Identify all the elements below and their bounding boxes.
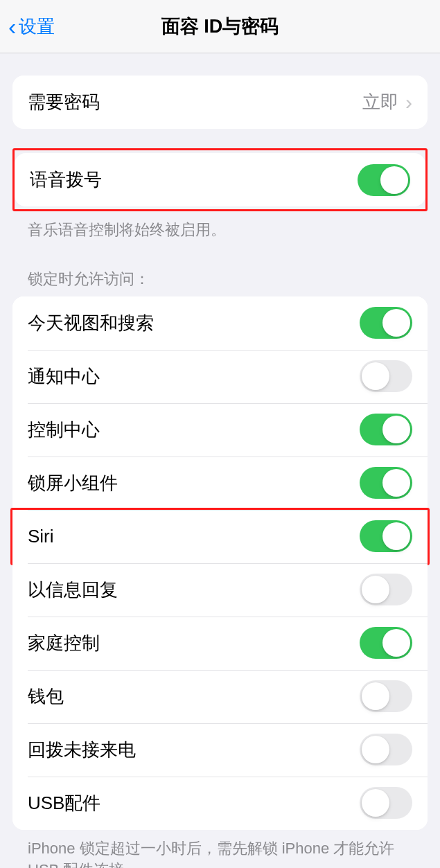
toggle[interactable] [360,574,412,605]
voice-dial-toggle[interactable] [358,164,410,196]
lock-access-row[interactable]: 钱包 [12,670,428,723]
toggle[interactable] [360,680,412,712]
back-button[interactable]: ‹ 设置 [8,15,55,39]
toggle[interactable] [360,787,412,819]
lock-access-row[interactable]: 锁屏小组件 [12,457,428,510]
row-label: 今天视图和搜索 [28,311,154,335]
nav-header: ‹ 设置 面容 ID与密码 [0,0,440,53]
lock-access-row[interactable]: 控制中心 [12,403,428,457]
voice-dial-footer: 音乐语音控制将始终被启用。 [12,211,428,241]
toggle[interactable] [360,627,412,659]
row-label: 控制中心 [28,418,100,442]
row-label: 通知中心 [28,364,100,389]
toggle[interactable] [360,360,412,392]
content-scroll[interactable]: 需要密码 立即 › 语音拨号 音乐语音控制将始终被启用。 锁定时允许访问： 今天… [0,76,440,868]
row-label: 钱包 [28,684,64,709]
toggle[interactable] [360,520,412,552]
row-label: 家庭控制 [28,631,100,655]
row-value: 立即 [362,90,398,114]
lock-access-group: 今天视图和搜索通知中心控制中心锁屏小组件Siri以信息回复家庭控制钱包回拨未接来… [12,296,428,830]
require-passcode-group: 需要密码 立即 › [12,76,428,129]
lock-access-row[interactable]: 以信息回复 [12,563,428,617]
back-label: 设置 [19,15,55,39]
toggle[interactable] [360,307,412,339]
highlight-voice-dial: 语音拨号 [12,148,428,211]
lock-access-row[interactable]: 回拨未接来电 [12,723,428,777]
page-title: 面容 ID与密码 [0,14,440,39]
chevron-left-icon: ‹ [8,15,16,38]
lock-access-footer: iPhone 锁定超过一小时后，需先解锁 iPhone 才能允许USB 配件连接… [12,830,428,868]
chevron-right-icon: › [405,92,412,113]
toggle[interactable] [360,467,412,499]
row-label: Siri [28,526,54,547]
row-label: USB配件 [28,791,100,815]
toggle[interactable] [360,414,412,445]
lock-access-header: 锁定时允许访问： [12,241,428,296]
row-label: 语音拨号 [30,168,102,192]
row-label: 锁屏小组件 [28,471,118,495]
lock-access-row[interactable]: 今天视图和搜索 [12,296,428,350]
lock-access-row[interactable]: Siri [12,510,428,563]
lock-access-row[interactable]: 家庭控制 [12,617,428,670]
voice-dial-group: 语音拨号 [15,153,425,206]
row-label: 需要密码 [28,90,100,114]
row-label: 回拨未接来电 [28,738,136,762]
voice-dial-row[interactable]: 语音拨号 [15,153,425,206]
toggle[interactable] [360,734,412,765]
lock-access-row[interactable]: 通知中心 [12,350,428,403]
lock-access-row[interactable]: USB配件 [12,777,428,830]
require-passcode-row[interactable]: 需要密码 立即 › [12,76,428,129]
row-label: 以信息回复 [28,578,118,602]
